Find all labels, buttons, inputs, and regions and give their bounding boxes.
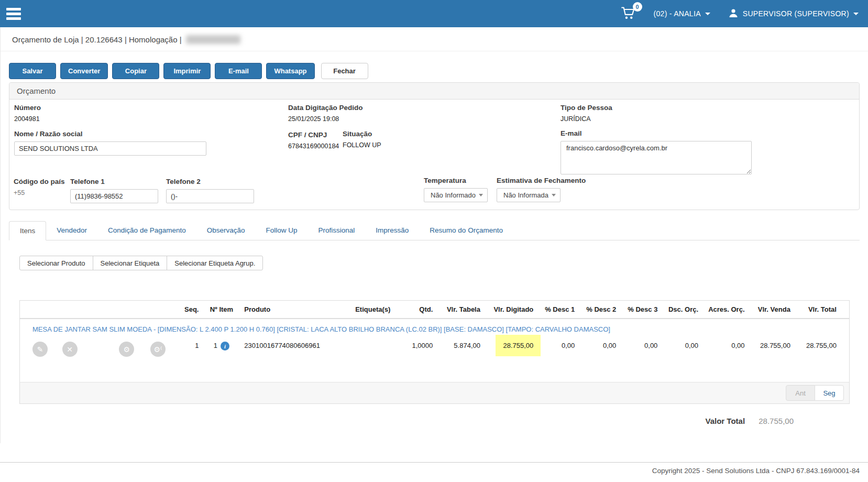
delete-item-icon[interactable]: ✕ [62, 342, 78, 357]
item-qtd: 1,0000 [401, 335, 437, 382]
valor-total-value: 28.755,00 [759, 417, 794, 425]
redacted-text [186, 35, 240, 44]
nome-input[interactable] [14, 141, 206, 156]
tab-itens[interactable]: Itens [9, 221, 46, 240]
situacao-value: FOLLOW UP [343, 141, 381, 149]
salvar-button[interactable]: Salvar [9, 63, 56, 79]
desc1-column-header: % Desc 1 [537, 301, 579, 319]
table-pagination-bar: Ant Seg [20, 382, 850, 404]
copiar-button[interactable]: Copiar [112, 63, 159, 79]
email-field[interactable]: francisco.cardoso@cyrela.com.br [561, 141, 752, 174]
product-description-row: MESA DE JANTAR SAM SLIM MOEDA - [DIMENSÃ… [20, 319, 850, 335]
store-selector-label: (02) - ANALIA [654, 9, 701, 18]
tipo-pessoa-value: JURÍDICA [561, 115, 612, 123]
copyright-footer: Copyright 2025 - Send Solutions Ltda - C… [0, 462, 868, 479]
pagination-prev-button[interactable]: Ant [786, 385, 815, 401]
item-produto-code: 23010016774080606961 [240, 335, 345, 382]
dsc-orc-column-header: Dsc. Orç. [662, 301, 702, 319]
cpf-cnpj-value: 67843169000184 [288, 143, 339, 150]
panel-title: Orçamento [9, 83, 859, 100]
email-button[interactable]: E-mail [215, 63, 262, 79]
item-vlr-digitado-highlighted[interactable]: 28.755,00 [496, 335, 541, 356]
hamburger-menu-icon[interactable] [6, 6, 22, 22]
qtd-column-header: Qtd. [401, 301, 437, 319]
data-digitacao-value: 25/01/2025 19:08 [288, 115, 363, 123]
totals-row: Valor Total 28.755,00 [19, 417, 794, 425]
spacer-column-header [841, 301, 850, 319]
tab-resumo-orcamento[interactable]: Resumo do Orçamento [419, 221, 513, 240]
cart-button[interactable]: 0 [621, 6, 636, 21]
item-etiquetas [345, 335, 401, 382]
info-icon[interactable]: i [221, 342, 229, 350]
tab-profissional[interactable]: Profissional [308, 221, 366, 240]
seq-column-header: Seq. [173, 301, 203, 319]
breadcrumb-text: Orçamento de Loja | 20.126643 | Homologa… [12, 35, 182, 44]
numero-value: 2004981 [14, 115, 41, 123]
temperatura-label: Temperatura [424, 177, 488, 184]
estimativa-fechamento-select[interactable]: Não Informada [497, 188, 561, 202]
item-desc3: 0,00 [620, 335, 662, 382]
store-selector[interactable]: (02) - ANALIA [654, 9, 710, 18]
user-menu[interactable]: SUPERVISOR (SUPERVISOR) [728, 8, 859, 20]
nome-label: Nome / Razão social [14, 130, 206, 138]
selecionar-etiqueta-button[interactable]: Selecionar Etiqueta [93, 256, 168, 270]
tab-observacao[interactable]: Observação [196, 221, 256, 240]
item-actions-group: Selecionar Produto Selecionar Etiqueta S… [19, 256, 263, 270]
data-digitacao-label: Data Digitação Pedido [288, 104, 363, 112]
gear-icon[interactable]: ⚙ [119, 342, 134, 357]
chevron-down-icon [853, 13, 859, 15]
selecionar-produto-button[interactable]: Selecionar Produto [19, 256, 93, 270]
item-seq: 1 [173, 335, 203, 382]
telefone1-input[interactable] [70, 189, 158, 203]
estimativa-selected-value: Não Informada [503, 191, 548, 199]
desc2-column-header: % Desc 2 [579, 301, 620, 319]
user-menu-label: SUPERVISOR (SUPERVISOR) [743, 9, 849, 18]
telefone2-label: Telefone 2 [166, 178, 254, 185]
tab-bar: Itens Vendedor Condição de Pagamento Obs… [9, 221, 860, 240]
produto-column-header: Produto [240, 301, 345, 319]
item-vlr-total: 28.755,00 [795, 335, 841, 382]
converter-button[interactable]: Converter [60, 63, 108, 79]
tab-condicao-pagamento[interactable]: Condição de Pagamento [97, 221, 196, 240]
user-icon [728, 8, 739, 20]
tab-vendedor[interactable]: Vendedor [46, 221, 97, 240]
cart-icon [621, 13, 636, 21]
tab-follow-up[interactable]: Follow Up [256, 221, 308, 240]
item-dsc-orc: 0,00 [662, 335, 702, 382]
imprimir-button[interactable]: Imprimir [163, 63, 211, 79]
item-vlr-tabela: 5.874,00 [437, 335, 485, 382]
desc3-column-header: % Desc 3 [620, 301, 662, 319]
valor-total-label: Valor Total [706, 417, 745, 425]
table-row: ✎ ✕ ⚙ ⚙⁽ 1 1i 23010016774080606961 1,000… [20, 335, 850, 382]
telefone1-label: Telefone 1 [70, 178, 158, 185]
item-desc1: 0,00 [537, 335, 579, 382]
gears-icon[interactable]: ⚙⁽ [150, 342, 166, 357]
cart-count-badge: 0 [633, 2, 642, 12]
temperatura-select[interactable]: Não Informado [424, 188, 488, 202]
fechar-button[interactable]: Fechar [321, 63, 368, 79]
tab-impressao[interactable]: Impressão [365, 221, 419, 240]
selecionar-etiqueta-agrup-button[interactable]: Selecionar Etiqueta Agrup. [167, 256, 263, 270]
items-table: Seq. Nº Item Produto Etiqueta(s) Qtd. Vl… [19, 300, 850, 404]
temperatura-selected-value: Não Informado [431, 191, 476, 199]
table-header-row: Seq. Nº Item Produto Etiqueta(s) Qtd. Vl… [20, 301, 850, 319]
chevron-down-icon [552, 194, 556, 196]
vlr-digitado-column-header: Vlr. Digitado [485, 301, 537, 319]
item-acres-orc: 0,00 [702, 335, 749, 382]
chevron-down-icon [479, 194, 483, 196]
breadcrumb: Orçamento de Loja | 20.126643 | Homologa… [1, 27, 868, 51]
estimativa-fechamento-label: Estimativa de Fechamento [497, 177, 586, 184]
topbar: 0 (02) - ANALIA SUPERVISOR (SUPERVISOR) [0, 0, 868, 27]
orcamento-panel: Orçamento Número 2004981 Nome / Razão so… [9, 82, 860, 210]
acres-orc-column-header: Acres. Orç. [702, 301, 749, 319]
item-desc2: 0,00 [579, 335, 620, 382]
telefone2-input[interactable] [166, 189, 254, 203]
etiquetas-column-header: Etiqueta(s) [345, 301, 401, 319]
chevron-down-icon [705, 13, 710, 15]
whatsapp-button[interactable]: Whatsapp [266, 63, 314, 79]
edit-item-icon[interactable]: ✎ [32, 342, 48, 357]
vlr-tabela-column-header: Vlr. Tabela [437, 301, 485, 319]
pagination-next-button[interactable]: Seg [815, 385, 844, 401]
codigo-pais-label: Código do país [14, 178, 65, 185]
itens-tab-content: Selecionar Produto Selecionar Etiqueta S… [9, 240, 860, 425]
